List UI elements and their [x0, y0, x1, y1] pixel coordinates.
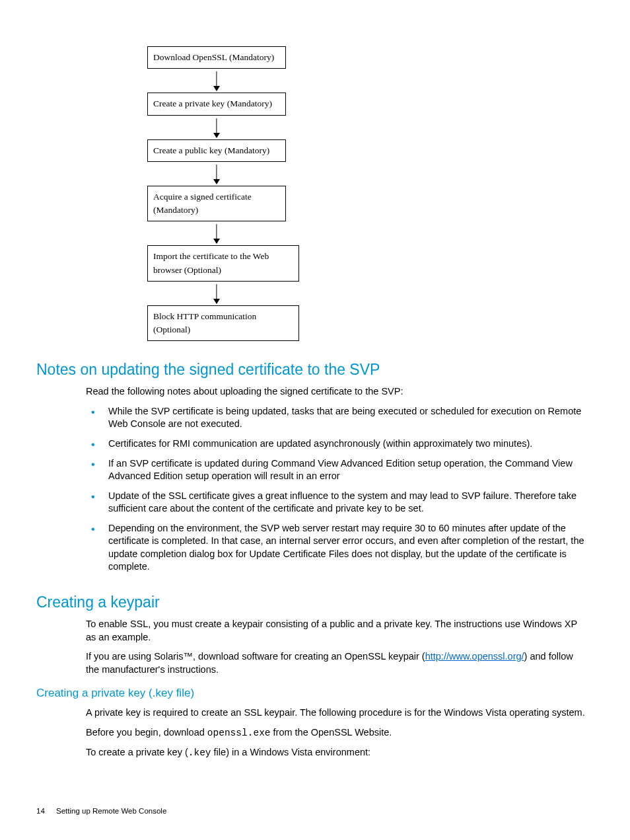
- page-number: 14: [36, 807, 45, 815]
- privkey-p2: Before you begin, download openssl.exe f…: [86, 726, 587, 740]
- text: from the OpenSSL Website.: [271, 727, 392, 738]
- arrow-icon: [147, 116, 286, 139]
- heading-notes: Notes on updating the signed certificate…: [36, 361, 594, 379]
- keypair-p1: To enable SSL, you must create a keypair…: [86, 618, 587, 644]
- list-item: Update of the SSL certificate gives a gr…: [86, 490, 587, 515]
- arrow-icon: [147, 69, 286, 93]
- notes-list: While the SVP certificate is being updat…: [86, 405, 587, 574]
- text: If you are using Solaris™, download soft…: [86, 651, 425, 662]
- heading-keypair: Creating a keypair: [36, 593, 594, 611]
- code-text: .key: [188, 747, 211, 758]
- arrow-icon: [147, 221, 286, 245]
- flow-step-5: Import the certificate to the Web browse…: [147, 245, 299, 282]
- footer-label: Setting up Remote Web Console: [56, 807, 166, 815]
- list-item: If an SVP certificate is updated during …: [86, 457, 587, 483]
- flow-step-1: Download OpenSSL (Mandatory): [147, 46, 286, 69]
- openssl-link[interactable]: http://www.openssl.org/: [425, 651, 524, 662]
- text: file) in a Windows Vista environment:: [211, 747, 371, 757]
- list-item: Certificates for RMI communication are u…: [86, 438, 587, 451]
- privkey-p3: To create a private key (.key file) in a…: [86, 746, 587, 760]
- text: Before you begin, download: [86, 727, 207, 738]
- flow-step-4: Acquire a signed certificate (Mandatory): [147, 186, 286, 222]
- flow-step-6: Block HTTP communication (Optional): [147, 305, 299, 342]
- text: To create a private key (: [86, 747, 188, 757]
- heading-private-key: Creating a private key (.key file): [36, 687, 594, 700]
- keypair-p2: If you are using Solaris™, download soft…: [86, 650, 587, 676]
- arrow-icon: [147, 162, 286, 186]
- list-item: Depending on the environment, the SVP we…: [86, 522, 587, 574]
- notes-intro: Read the following notes about uploading…: [86, 385, 587, 399]
- flow-step-2: Create a private key (Mandatory): [147, 93, 286, 115]
- flowchart: Download OpenSSL (Mandatory) Create a pr…: [147, 46, 316, 341]
- code-text: openssl.exe: [207, 728, 271, 738]
- flow-step-3: Create a public key (Mandatory): [147, 139, 286, 162]
- arrow-icon: [147, 282, 286, 305]
- list-item: While the SVP certificate is being updat…: [86, 405, 587, 431]
- page-footer: 14 Setting up Remote Web Console: [36, 807, 166, 815]
- privkey-p1: A private key is required to create an S…: [86, 706, 587, 720]
